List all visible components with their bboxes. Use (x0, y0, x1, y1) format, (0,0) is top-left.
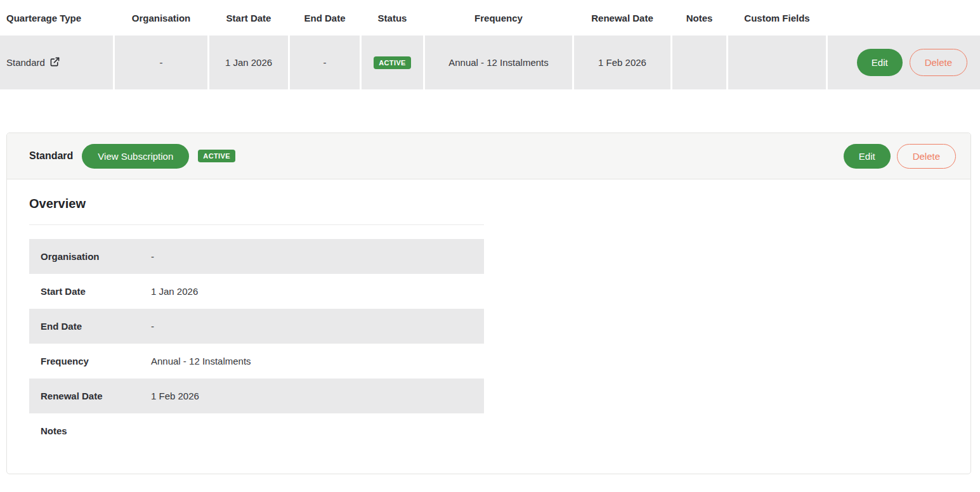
table-row-cell-frequency: Annual - 12 Instalments (425, 36, 572, 89)
table-row-cell-quarterage-type[interactable]: Standard (0, 36, 113, 89)
card-body: Overview Organisation - Start Date 1 Jan… (7, 179, 970, 448)
column-header-end-date: End Date (290, 0, 360, 36)
external-link-icon[interactable] (49, 56, 60, 67)
card-title: Standard (29, 150, 73, 162)
column-header-notes: Notes (672, 0, 726, 36)
overview-row-label: Organisation (41, 251, 151, 262)
column-header-renewal-date: Renewal Date (574, 0, 670, 36)
quarterage-detail-card: Standard View Subscription ACTIVE Edit D… (6, 133, 971, 474)
table-row-cell-start-date: 1 Jan 2026 (209, 36, 288, 89)
overview-row-label: Renewal Date (41, 391, 151, 401)
quarterage-table: Quarterage Type Organisation Start Date … (0, 0, 980, 89)
column-header-frequency: Frequency (425, 0, 572, 36)
table-row-cell-renewal-date: 1 Feb 2026 (574, 36, 670, 89)
overview-row-value: Annual - 12 Instalments (151, 356, 251, 366)
overview-row-value: - (151, 321, 154, 332)
overview-row-start-date: Start Date 1 Jan 2026 (29, 274, 484, 309)
overview-row-notes: Notes (29, 413, 484, 448)
overview-row-frequency: Frequency Annual - 12 Instalments (29, 344, 484, 379)
card-edit-button[interactable]: Edit (844, 144, 891, 169)
column-header-start-date: Start Date (209, 0, 288, 36)
overview-row-end-date: End Date - (29, 309, 484, 344)
column-header-custom-fields: Custom Fields (728, 0, 826, 36)
table-row-cell-actions: Edit Delete (828, 36, 980, 89)
card-delete-button[interactable]: Delete (897, 144, 956, 169)
table-row-cell-status: ACTIVE (362, 36, 423, 89)
overview-divider (29, 224, 484, 225)
overview-rows: Organisation - Start Date 1 Jan 2026 End… (29, 239, 484, 448)
column-header-organisation: Organisation (115, 0, 207, 36)
column-header-quarterage-type: Quarterage Type (0, 0, 113, 36)
overview-row-label: Notes (41, 425, 151, 436)
table-row-cell-custom-fields (728, 36, 826, 89)
row-edit-button[interactable]: Edit (857, 49, 903, 76)
column-header-actions (828, 0, 980, 36)
overview-row-label: End Date (41, 321, 151, 332)
view-subscription-button[interactable]: View Subscription (82, 144, 189, 169)
overview-row-value: 1 Jan 2026 (151, 286, 198, 297)
card-status-badge: ACTIVE (198, 150, 235, 162)
overview-row-organisation: Organisation - (29, 239, 484, 274)
overview-heading: Overview (29, 197, 970, 211)
row-delete-button[interactable]: Delete (910, 49, 967, 76)
table-row-cell-end-date: - (290, 36, 360, 89)
overview-row-value: - (151, 251, 154, 262)
overview-row-renewal-date: Renewal Date 1 Feb 2026 (29, 379, 484, 413)
overview-row-label: Frequency (41, 356, 151, 366)
quarterage-type-value: Standard (6, 57, 45, 68)
table-row-cell-notes (672, 36, 726, 89)
overview-row-label: Start Date (41, 286, 151, 297)
card-header: Standard View Subscription ACTIVE Edit D… (7, 133, 970, 179)
table-row-cell-organisation: - (115, 36, 207, 89)
column-header-status: Status (362, 0, 423, 36)
status-badge: ACTIVE (374, 56, 411, 69)
overview-row-value: 1 Feb 2026 (151, 391, 199, 401)
